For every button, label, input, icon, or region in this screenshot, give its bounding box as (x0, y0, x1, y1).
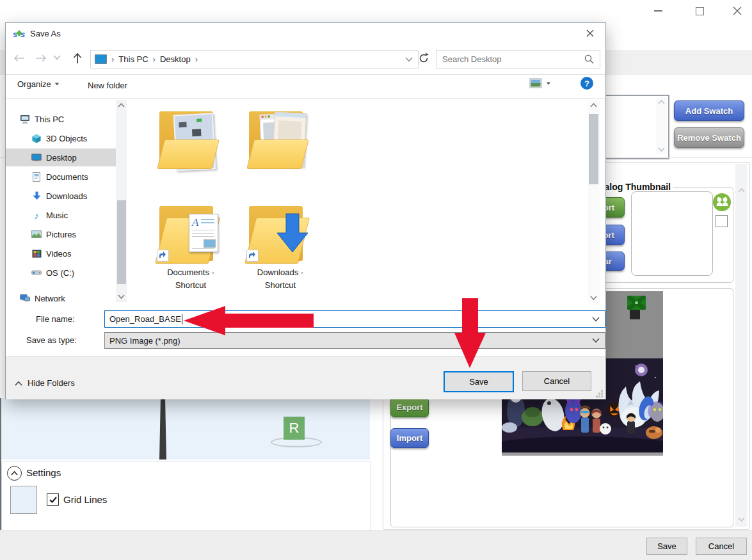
save-as-dialog: s s Save As › This PC › De (5, 22, 606, 399)
sidebar-item-downloads[interactable]: Downloads (6, 187, 116, 205)
s4s-logo-icon: s s (13, 28, 25, 39)
sidebar-item-documents[interactable]: Documents (6, 168, 116, 186)
file-list-scrollbar[interactable] (588, 100, 600, 303)
file-folder-1[interactable] (156, 106, 220, 177)
sidebar-item-videos[interactable]: Videos (6, 244, 116, 262)
dialog-save-button[interactable]: Save (444, 371, 514, 392)
sidebar-item-this-pc[interactable]: This PC (6, 110, 116, 128)
folder-front (246, 140, 308, 169)
resize-grip[interactable] (596, 390, 604, 397)
breadcrumb[interactable]: › This PC › Desktop › (90, 50, 419, 68)
chevron-up-icon (15, 381, 22, 386)
sidebar-label: Downloads (46, 191, 87, 201)
texture-export-label: Export (396, 403, 422, 412)
download-arrow-icon (276, 212, 309, 255)
add-swatch-button[interactable]: Add Swatch (674, 100, 744, 121)
file-folder-2[interactable] (245, 106, 309, 177)
app-close-button[interactable] (728, 3, 747, 19)
forward-button[interactable] (34, 51, 48, 65)
sidebar-item-pictures[interactable]: Pictures (6, 225, 116, 243)
scrollbar-thumb[interactable] (117, 200, 126, 284)
sidebar-label: Pictures (46, 230, 76, 239)
studio-people-icon[interactable] (713, 193, 731, 211)
cube-icon (31, 133, 42, 143)
artwork-shadow-strip (502, 452, 663, 456)
file-name-label: File name: (36, 314, 75, 324)
search-input[interactable] (436, 54, 584, 64)
dialog-cancel-button[interactable]: Cancel (522, 371, 591, 391)
app-cancel-button[interactable]: Cancel (696, 538, 747, 555)
scroll-down-icon (590, 296, 597, 300)
chevron-down-icon (592, 338, 600, 343)
settings-collapse-button[interactable] (7, 466, 22, 481)
dialog-cancel-label: Cancel (544, 376, 570, 386)
file-documents-shortcut[interactable]: A Documents - Shortcut (156, 204, 226, 301)
file-label: Downloads - Shortcut (245, 266, 316, 291)
monitor-icon (31, 152, 42, 163)
recent-locations-button[interactable] (53, 55, 61, 60)
file-downloads-shortcut[interactable]: Downloads - Shortcut (245, 204, 316, 301)
sidebar-item-3d-objects[interactable]: 3D Objects (6, 129, 116, 147)
thumbnail-checkbox[interactable] (716, 215, 728, 227)
swatch-list-scrollbar[interactable] (656, 97, 667, 154)
remove-swatch-button[interactable]: Remove Swatch (674, 127, 744, 148)
refresh-button[interactable] (417, 52, 430, 65)
app-window: Add Swatch Remove Swatch Catalog Thumbna… (0, 0, 752, 560)
sidebar-item-music[interactable]: ♪ Music (6, 206, 116, 224)
sign-letter: R (289, 420, 300, 436)
shortcut-badge-icon (157, 250, 169, 262)
save-as-type-value: PNG Image (*.png) (109, 336, 180, 346)
video-icon (31, 248, 42, 259)
file-label: Documents - Shortcut (156, 266, 226, 291)
catalog-thumbnail-box[interactable] (631, 191, 713, 276)
chevron-down-icon (55, 83, 59, 86)
new-folder-button[interactable]: New folder (88, 79, 127, 91)
hide-folders-button[interactable]: Hide Folders (15, 378, 75, 388)
texture-import-button[interactable]: Import (390, 428, 429, 448)
document-icon (31, 172, 42, 182)
search-icon[interactable] (584, 54, 594, 64)
texture-export-button[interactable]: Export (390, 397, 429, 417)
back-button[interactable] (12, 51, 26, 65)
app-footer (0, 531, 752, 560)
sidebar-item-network[interactable]: Network (6, 289, 116, 307)
minimize-button[interactable] (648, 4, 668, 18)
scrollbar-thumb[interactable] (589, 114, 598, 184)
dialog-sidebar: This PC 3D Objects Desktop Documents (6, 99, 127, 310)
sidebar-label: This PC (35, 115, 64, 124)
sidebar-label: Videos (46, 249, 72, 259)
breadcrumb-item-desktop[interactable]: Desktop (160, 54, 191, 64)
maximize-button[interactable] (690, 4, 709, 18)
dialog-close-button[interactable] (580, 26, 600, 41)
scroll-up-icon (658, 100, 665, 104)
search-box[interactable] (436, 50, 600, 68)
checkmark-icon (49, 497, 57, 503)
help-button[interactable]: ? (580, 77, 593, 90)
sidebar-item-desktop[interactable]: Desktop (6, 148, 116, 166)
dialog-title-bar: s s Save As (6, 23, 605, 44)
shortcut-badge-icon (246, 250, 259, 262)
sidebar-scrollbar[interactable] (116, 100, 127, 302)
breadcrumb-item-this-pc[interactable]: This PC (118, 54, 148, 64)
properties-scrollbar[interactable] (735, 164, 747, 527)
breadcrumb-dropdown-icon[interactable] (405, 57, 413, 62)
chevron-up-icon (11, 471, 18, 476)
network-icon (20, 293, 30, 303)
viewport-3d[interactable]: R (1, 398, 370, 460)
organize-button[interactable]: Organize (17, 79, 60, 89)
save-as-type-label: Save as type: (26, 335, 77, 345)
background-color-swatch[interactable] (10, 486, 37, 514)
view-selector[interactable] (529, 78, 551, 88)
chevron-down-icon (53, 55, 61, 60)
add-swatch-label: Add Swatch (685, 106, 733, 116)
chevron-down-icon[interactable] (592, 317, 600, 322)
texture-import-label: Import (397, 433, 422, 443)
grid-lines-label: Grid Lines (63, 494, 107, 505)
sign-post-texture (630, 310, 640, 319)
grid-lines-checkbox[interactable] (47, 493, 59, 506)
hide-folders-label: Hide Folders (28, 378, 75, 388)
up-button[interactable] (70, 50, 85, 67)
app-save-button[interactable]: Save (646, 538, 687, 555)
arrow-to-file-name (179, 301, 320, 340)
sidebar-item-os-c[interactable]: OS (C:) (6, 264, 116, 282)
